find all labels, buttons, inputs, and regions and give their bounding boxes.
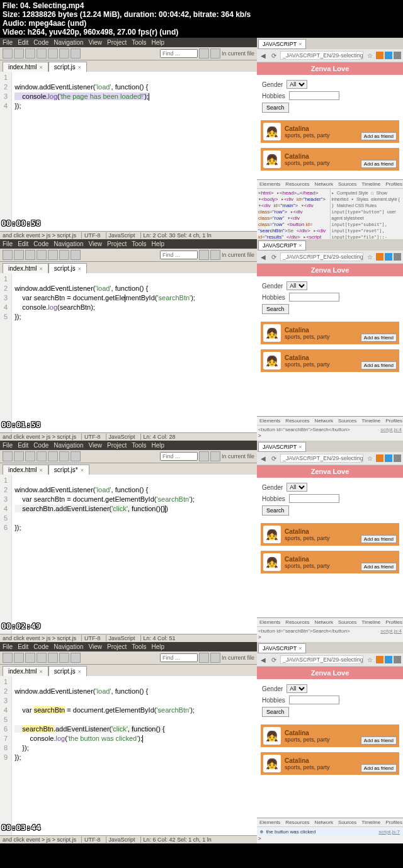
gender-select[interactable]: All <box>287 80 307 89</box>
menu-code[interactable]: Code <box>33 39 48 46</box>
dt-tab-profiles[interactable]: Profiles <box>384 181 403 188</box>
timestamp: 00:01:58 <box>1 420 41 429</box>
menu-edit[interactable]: Edit <box>18 39 28 46</box>
toolbar: In current file <box>0 249 257 262</box>
hobbies-label: Hobbies <box>262 93 285 99</box>
reload-icon[interactable]: ⟳ <box>270 51 278 60</box>
menu-view[interactable]: View <box>89 39 103 46</box>
close-icon[interactable]: × <box>78 64 81 70</box>
tab-script[interactable]: script.js× <box>48 62 87 72</box>
toolbar-btn[interactable] <box>14 48 24 59</box>
timestamp: 00:03:44 <box>1 823 41 832</box>
page-content: Zenva Love GenderAll Hobbies Search 👧 Ca… <box>257 62 403 179</box>
breadcrumb: and click event > js > script.js <box>3 232 76 239</box>
dt-tab-sources[interactable]: Sources <box>337 181 358 188</box>
browser-tabs: JAVASCRIPT× <box>257 38 403 49</box>
menu-bar: FileEditCodeNavigationViewProjectToolsHe… <box>0 239 257 249</box>
dt-tab-timeline[interactable]: Timeline <box>360 181 382 188</box>
star-icon[interactable]: ☆ <box>365 252 374 261</box>
extension-icon[interactable] <box>385 52 392 59</box>
back-icon[interactable]: ◀ <box>259 252 268 261</box>
devtools: Elements Resources Network Sources Timel… <box>257 179 403 239</box>
toolbar-btn[interactable] <box>59 48 69 59</box>
dt-tab-network[interactable]: Network <box>314 181 334 188</box>
search-button[interactable]: Search <box>262 103 289 113</box>
dt-tab-resources[interactable]: Resources <box>284 181 310 188</box>
gender-label: Gender <box>262 81 283 88</box>
toolbar-btn[interactable] <box>48 48 58 59</box>
timestamp: 00:00:58 <box>1 218 41 228</box>
lang-indicator: JavaScript <box>106 232 135 239</box>
styles-panel[interactable]: ▸ Computed Style ☐ Show inherited ▾ Styl… <box>330 189 404 239</box>
avatar: 👧 <box>263 123 281 140</box>
avatar: 👧 <box>263 150 281 168</box>
video-frame-4: 00:03:44 FileEditCodeNavigationViewProje… <box>0 642 403 843</box>
user-card: 👧 Catalinasports, pets, party Add as fri… <box>261 120 399 143</box>
cursor-pos: Ln: 2 Col: 30 Sel: 4 ch, 1 ln <box>140 232 212 239</box>
devtools-tabs: Elements Resources Network Sources Timel… <box>257 180 403 189</box>
video-frame-1: 00:00:58 File Edit Code Navigation View … <box>0 38 403 239</box>
status-bar: and click event > js > script.js UTF-8 J… <box>0 231 257 239</box>
tab-index[interactable]: index.html× <box>3 263 48 273</box>
find-next-icon[interactable] <box>210 48 220 59</box>
browser-tab[interactable]: JAVASCRIPT× <box>258 39 306 49</box>
status-bar: and click event > js > script.js UTF-8 J… <box>0 432 257 441</box>
menu-bar: File Edit Code Navigation View Project T… <box>0 38 257 47</box>
video-frame-3: 00:02:49 FileEditCodeNavigationViewProje… <box>0 441 403 642</box>
toolbar: In current file <box>0 47 257 60</box>
encoding: UTF-8 <box>81 232 101 239</box>
menu-icon[interactable] <box>394 52 401 59</box>
file-info-header: File: 04. Selecting.mp4 Size: 12838826 b… <box>0 0 403 38</box>
video-frame-2: 00:01:58 FileEditCodeNavigationViewProje… <box>0 239 403 441</box>
toolbar-btn[interactable] <box>25 48 35 59</box>
menu-tools[interactable]: Tools <box>132 39 146 46</box>
extension-icon[interactable] <box>376 52 383 59</box>
menu-navigation[interactable]: Navigation <box>54 39 83 46</box>
close-icon[interactable]: × <box>298 41 302 47</box>
reload-icon[interactable]: ⟳ <box>270 252 278 261</box>
menu-file[interactable]: File <box>3 39 13 46</box>
url-bar: ◀ ⟳ _JAVASCRIPT_EN/29-selecting%20an ☆ <box>257 49 403 62</box>
code-content[interactable]: window.addEventListener('load', function… <box>12 72 257 231</box>
close-icon[interactable]: × <box>40 64 43 70</box>
code-editor[interactable]: 12345 window.addEventListener('load', fu… <box>0 273 257 432</box>
url-input[interactable]: _JAVASCRIPT_EN/29-selecting%20an <box>280 51 363 60</box>
toolbar-btn[interactable] <box>3 48 13 59</box>
timestamp: 00:02:49 <box>1 621 41 631</box>
back-icon[interactable]: ◀ <box>259 51 268 60</box>
card-name: Catalina <box>285 125 330 132</box>
toolbar-btn[interactable] <box>71 48 81 59</box>
dt-tab-elements[interactable]: Elements <box>258 181 281 188</box>
find-input[interactable] <box>160 49 198 58</box>
card-subtitle: sports, pets, party <box>285 160 330 166</box>
hobbies-input[interactable] <box>289 91 339 100</box>
editor-tabs: index.html× script.js× <box>0 262 257 273</box>
star-icon[interactable]: ☆ <box>365 51 374 60</box>
add-friend-button[interactable]: Add as friend <box>361 132 397 140</box>
elements-panel[interactable]: <html> ▸<head>…</head> ▾<body> ▸<div id=… <box>257 189 330 239</box>
tab-script[interactable]: script.js× <box>48 263 87 273</box>
console-output[interactable]: script.js:4<button id="searchBtn">Search… <box>257 426 403 441</box>
find-input[interactable] <box>160 251 198 259</box>
page-title: Zenva Love <box>257 62 403 75</box>
card-name: Catalina <box>285 153 330 160</box>
menu-project[interactable]: Project <box>107 39 127 46</box>
menu-help[interactable]: Help <box>152 39 165 46</box>
user-card: 👧 Catalinasports, pets, party Add as fri… <box>261 148 399 171</box>
toolbar-btn[interactable] <box>37 48 47 59</box>
find-prev-icon[interactable] <box>199 48 209 59</box>
console-log-line: script.js:7⊕ the button was clicked <box>258 828 402 836</box>
add-friend-button[interactable]: Add as friend <box>361 160 397 168</box>
find-scope[interactable]: In current file <box>222 50 254 57</box>
code-editor[interactable]: 1234 window.addEventListener('load', fun… <box>0 72 257 231</box>
line-gutter: 1234 <box>0 72 12 231</box>
card-subtitle: sports, pets, party <box>285 132 330 138</box>
editor-tabs: index.html× script.js× <box>0 60 257 72</box>
tab-index[interactable]: index.html× <box>3 62 48 72</box>
